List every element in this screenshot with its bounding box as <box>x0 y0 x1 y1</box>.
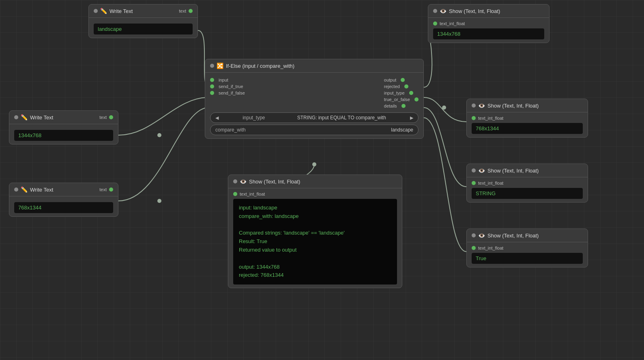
input-type-label: input_type <box>384 91 405 95</box>
text-int-float-port[interactable] <box>472 181 476 185</box>
show-2-body: text_int_float 768x1344 <box>467 112 588 137</box>
true-or-false-port-row: true_or_false <box>384 97 419 102</box>
eye-icon: 👁️ <box>478 232 485 239</box>
rejected-port-row: rejected <box>384 84 419 89</box>
node-status-dot <box>472 168 476 172</box>
show-3-title: Show (Text, Int, Float) <box>487 168 583 174</box>
show-4-header: 👁️ Show (Text, Int, Float) <box>467 229 588 242</box>
send-if-true-port-row: send_if_true <box>210 84 245 89</box>
show-node-5: 👁️ Show (Text, Int, Float) text_int_floa… <box>228 175 402 288</box>
true-or-false-port[interactable] <box>414 97 419 101</box>
output-line-7: rejected: 768x1344 <box>239 272 284 278</box>
node-status-dot <box>14 115 18 119</box>
write-text-3-title: Write Text <box>30 187 97 193</box>
node-status-dot <box>433 9 437 13</box>
send-if-false-port-row: send_if_false <box>210 91 245 95</box>
write-text-2-value[interactable]: 1344x768 <box>14 130 113 141</box>
show-3-port-row: text_int_float <box>472 181 583 185</box>
show-5-title: Show (Text, Int, Float) <box>249 179 397 185</box>
node-status-dot <box>233 179 237 183</box>
show-4-value: True <box>472 253 583 264</box>
output-line-2: compare_with: landscape <box>239 213 298 219</box>
show-2-port-row: text_int_float <box>472 116 583 121</box>
show-1-title: Show (Text, Int, Float) <box>449 8 544 14</box>
node-status-dot <box>94 9 98 13</box>
port-label: text_int_float <box>240 192 265 196</box>
if-else-header: 🔀 If-Else (input / compare_with) <box>205 59 423 73</box>
show-3-header: 👁️ Show (Text, Int, Float) <box>467 164 588 177</box>
eye-icon: 👁️ <box>440 8 447 14</box>
output-line-1: input: landscape <box>239 205 277 211</box>
show-4-title: Show (Text, Int, Float) <box>487 233 583 239</box>
compare-value: landscape <box>391 127 413 133</box>
send-if-false-port[interactable] <box>210 91 214 95</box>
port-label: text_int_float <box>440 21 465 26</box>
text-output-port[interactable] <box>109 115 113 119</box>
output-line-3: Compared strings: 'landscape' == 'landsc… <box>239 230 345 236</box>
details-port-row: details <box>384 103 419 108</box>
write-text-node-1: ✏️ Write Text text landscape <box>88 4 198 38</box>
show-5-body: text_int_float input: landscape compare_… <box>228 188 402 288</box>
if-else-right-ports: output rejected input_type true_or_false… <box>384 78 419 108</box>
text-port-label: text <box>179 9 186 13</box>
compare-left-label: compare_with <box>215 127 246 133</box>
input-type-port[interactable] <box>409 91 413 95</box>
pencil-icon: ✏️ <box>21 186 28 193</box>
rejected-port[interactable] <box>404 84 408 88</box>
pencil-icon: ✏️ <box>100 8 107 14</box>
input-label: input <box>219 78 228 82</box>
if-else-node: 🔀 If-Else (input / compare_with) input s… <box>205 59 424 139</box>
text-output-port[interactable] <box>189 9 193 13</box>
show-2-value: 768x1344 <box>472 123 583 134</box>
show-1-header: 👁️ Show (Text, Int, Float) <box>428 4 549 18</box>
left-arrow-icon: ◀ <box>215 115 219 121</box>
input-port[interactable] <box>210 78 214 82</box>
show-5-header: 👁️ Show (Text, Int, Float) <box>228 175 402 188</box>
send-if-true-port[interactable] <box>210 84 214 88</box>
text-int-float-port[interactable] <box>472 246 476 250</box>
compare-with-row[interactable]: compare_with landscape <box>210 125 419 135</box>
output-line-6: output: 1344x768 <box>239 264 279 270</box>
write-text-2-header: ✏️ Write Text text <box>9 111 118 124</box>
write-text-1-value[interactable]: landscape <box>94 24 193 34</box>
svg-point-1 <box>157 199 161 203</box>
text-int-float-port[interactable] <box>472 116 476 120</box>
write-text-2-body: 1344x768 <box>9 124 118 144</box>
output-label: output <box>384 78 397 82</box>
show-node-3: 👁️ Show (Text, Int, Float) text_int_floa… <box>466 164 588 203</box>
send-if-true-label: send_if_true <box>219 84 243 89</box>
if-else-body: input send_if_true send_if_false output … <box>205 73 423 138</box>
text-output-port[interactable] <box>109 188 113 192</box>
output-port[interactable] <box>401 78 405 82</box>
pencil-icon: ✏️ <box>21 114 28 121</box>
details-label: details <box>384 103 397 108</box>
show-3-value: STRING <box>472 188 583 199</box>
input-type-selector[interactable]: ◀ input_type STRING: input EQUAL TO comp… <box>210 112 419 123</box>
write-text-3-value[interactable]: 768x1344 <box>14 202 113 213</box>
write-text-1-title: Write Text <box>109 8 176 14</box>
send-if-false-label: send_if_false <box>219 91 245 95</box>
ifelse-icon: 🔀 <box>217 63 223 69</box>
selector-value: STRING: input EQUAL TO compare_with <box>297 115 386 121</box>
show-1-port-row: text_int_float <box>433 21 544 26</box>
node-status-dot <box>472 233 476 237</box>
show-2-title: Show (Text, Int, Float) <box>487 103 583 109</box>
details-port[interactable] <box>401 104 406 108</box>
eye-icon: 👁️ <box>478 167 485 174</box>
show-node-1: 👁️ Show (Text, Int, Float) text_int_floa… <box>428 4 550 43</box>
write-text-1-body: landscape <box>89 18 197 38</box>
selector-left-label: input_type <box>243 115 265 121</box>
text-int-float-port[interactable] <box>233 192 237 196</box>
output-line-5: Returned value to output <box>239 247 296 253</box>
show-2-header: 👁️ Show (Text, Int, Float) <box>467 99 588 112</box>
write-text-3-header: ✏️ Write Text text <box>9 183 118 196</box>
show-node-4: 👁️ Show (Text, Int, Float) text_int_floa… <box>466 229 588 267</box>
show-4-port-row: text_int_float <box>472 246 583 250</box>
port-label: text_int_float <box>478 181 503 185</box>
text-int-float-port[interactable] <box>433 22 437 26</box>
show-5-output: input: landscape compare_with: landscape… <box>233 199 397 285</box>
text-port-label: text <box>99 187 107 192</box>
svg-point-3 <box>312 162 316 166</box>
input-port-row: input <box>210 78 245 82</box>
svg-point-2 <box>442 106 446 110</box>
